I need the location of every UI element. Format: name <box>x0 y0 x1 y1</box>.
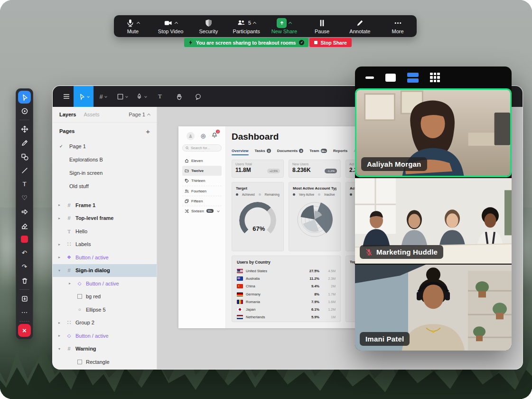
layer-row[interactable]: Top-level frame <box>53 212 157 225</box>
caret-icon[interactable] <box>58 333 63 338</box>
menu-item-thirteen[interactable]: Thirteen <box>182 176 222 186</box>
close-annotation-button[interactable]: × <box>18 324 31 337</box>
stacked-view-button[interactable] <box>407 73 419 83</box>
chevron-up-icon[interactable] <box>175 22 178 25</box>
color-swatch-red[interactable] <box>21 236 28 243</box>
text-tool-button[interactable]: T <box>18 178 31 190</box>
video-tile-imani[interactable]: Imani Patel <box>355 265 512 351</box>
video-tile-marketing-huddle[interactable]: Marketing Huddle <box>355 178 512 264</box>
main-menu-button[interactable] <box>59 93 74 100</box>
frame-tool[interactable]: # <box>93 86 112 107</box>
card-title: Target <box>236 186 280 190</box>
layer-row[interactable]: bg red <box>53 290 157 304</box>
layer-name: bg red <box>86 294 101 299</box>
move-tool[interactable] <box>74 86 93 107</box>
chevron-down-icon[interactable] <box>87 95 90 98</box>
line-tool-button[interactable] <box>18 164 31 177</box>
chevron-down-icon[interactable] <box>125 95 128 98</box>
page-row[interactable]: ✓ Page 1 <box>53 140 157 153</box>
layers-list: Frame 1 Top-level frame Hello <box>53 199 157 369</box>
menu-item-sixteen[interactable]: Sixteen99+ <box>182 206 222 216</box>
pen-tool[interactable] <box>131 86 150 107</box>
layer-row[interactable]: Group 2 <box>53 316 157 330</box>
eraser-tool-button[interactable] <box>18 219 31 232</box>
chevron-down-icon[interactable] <box>104 95 107 98</box>
grid-view-button[interactable] <box>430 73 440 83</box>
caret-icon[interactable] <box>58 216 63 220</box>
layer-row[interactable]: Hello <box>53 225 157 238</box>
layer-row[interactable]: Rectangle <box>53 355 157 369</box>
tab-assets[interactable]: Assets <box>84 112 99 117</box>
heart-stamp-button[interactable]: ♡ <box>18 191 31 204</box>
undo-button[interactable]: ↶ <box>18 247 31 259</box>
dashboard-tab[interactable]: Overview <box>232 146 249 155</box>
bell-icon[interactable]: 2 <box>212 132 217 140</box>
layer-row[interactable]: Frame 1 <box>53 199 157 212</box>
page-row[interactable]: ✓ Sign-in screen <box>53 166 157 180</box>
avatar[interactable] <box>187 132 195 140</box>
tab-label: Overview <box>232 149 249 153</box>
dashboard-tab[interactable]: Documents 8 <box>277 146 304 155</box>
add-page-button[interactable]: + <box>146 127 150 135</box>
dashboard-tab[interactable]: Tasks 3 <box>255 146 271 155</box>
menu-item-fifteen[interactable]: Fifteen <box>182 196 222 206</box>
minimize-view-button[interactable] <box>365 76 374 79</box>
dashboard-tab[interactable]: Team 99+ <box>309 146 327 155</box>
layer-row[interactable]: Sign-in dialog <box>53 264 157 277</box>
stat-card-users-total: Users Total 11.8M +2,5% <box>232 160 284 178</box>
menu-item-fourteen[interactable]: Fourteen <box>182 186 222 196</box>
participants-button[interactable]: 5 Participants <box>227 15 265 37</box>
chevron-up-icon[interactable] <box>253 22 256 25</box>
shape-tool[interactable] <box>112 86 131 107</box>
pause-button[interactable]: Pause <box>303 15 341 37</box>
hand-tool[interactable] <box>169 86 188 107</box>
caret-icon[interactable] <box>58 347 63 351</box>
save-button[interactable] <box>18 292 31 305</box>
chevron-down-icon[interactable] <box>144 95 147 98</box>
target-icon[interactable]: ◎ <box>201 133 205 139</box>
select-tool-button[interactable] <box>18 91 31 104</box>
layer-row[interactable]: Button / active <box>53 277 157 290</box>
dashboard-tab[interactable]: Reports <box>333 146 347 155</box>
mockup-search-input[interactable]: Search for... <box>182 144 222 152</box>
layer-row[interactable]: Button / active <box>53 251 157 264</box>
spotlight-tool-button[interactable] <box>18 104 31 117</box>
video-tile-aaliyah[interactable]: Aaliyah Morgan <box>355 88 512 177</box>
caret-icon[interactable] <box>58 321 63 325</box>
caret-icon[interactable] <box>69 281 73 285</box>
page-row[interactable]: ✓ Old stuff <box>53 180 157 193</box>
tab-layers[interactable]: Layers <box>59 112 76 117</box>
mute-button[interactable]: Mute <box>114 15 152 37</box>
layer-type-icon <box>66 333 72 338</box>
menu-item-eleven[interactable]: Eleven <box>182 156 222 166</box>
stop-video-button[interactable]: Stop Video <box>152 15 190 37</box>
comment-tool[interactable] <box>188 86 207 107</box>
chevron-up-icon[interactable] <box>289 22 292 25</box>
layer-row[interactable]: Labels <box>53 238 157 251</box>
more-tools-button[interactable]: ⋯ <box>18 306 31 319</box>
chevron-up-icon[interactable] <box>137 22 140 25</box>
new-share-button[interactable]: New Share <box>265 15 303 37</box>
layer-row[interactable]: Ellipse 5 <box>53 303 157 316</box>
page-row[interactable]: ✓ Explorations B <box>53 153 157 166</box>
stop-share-button[interactable]: Stop Share <box>309 38 351 47</box>
text-tool[interactable]: T <box>150 86 169 107</box>
caret-icon[interactable] <box>58 203 63 207</box>
annotate-button[interactable]: Annotate <box>341 15 379 37</box>
delete-button[interactable] <box>18 274 31 287</box>
redo-button[interactable]: ↷ <box>18 260 31 273</box>
draw-tool-button[interactable] <box>18 136 31 149</box>
security-button[interactable]: Security <box>190 15 228 37</box>
more-button[interactable]: More <box>379 15 417 37</box>
layer-row[interactable]: Button / active <box>53 329 157 342</box>
menu-item-twelve[interactable]: Twelve <box>182 166 222 176</box>
move-tool-button[interactable] <box>18 123 31 135</box>
speaker-view-button[interactable] <box>385 74 396 82</box>
caret-icon[interactable] <box>58 242 63 247</box>
page-selector[interactable]: Page 1 <box>129 112 150 117</box>
layer-row[interactable]: Warning <box>53 342 157 356</box>
caret-icon[interactable] <box>58 255 63 259</box>
caret-icon[interactable] <box>58 268 63 273</box>
arrow-stamp-button[interactable] <box>18 205 31 218</box>
shapes-tool-button[interactable] <box>18 150 31 163</box>
